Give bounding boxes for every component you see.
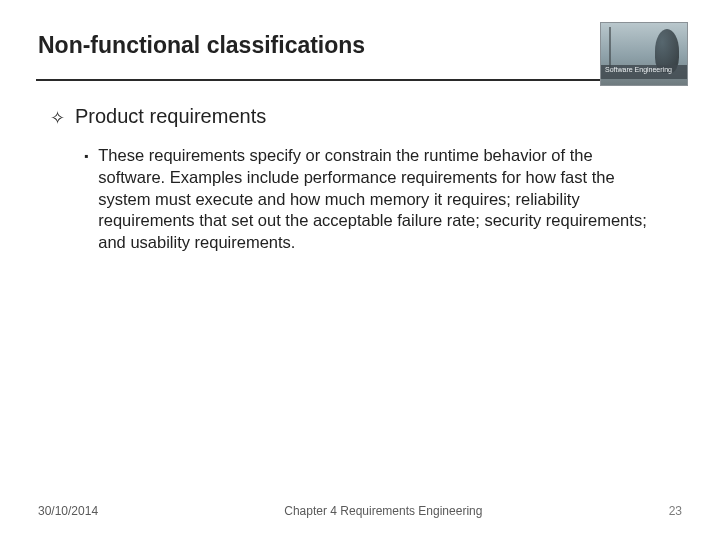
slide-footer: 30/10/2014 Chapter 4 Requirements Engine… <box>0 504 720 518</box>
diamond-bullet-icon: ✧ <box>50 105 65 131</box>
section-heading: Product requirements <box>75 105 266 131</box>
book-cover-image: Software Engineering <box>600 22 688 86</box>
footer-date: 30/10/2014 <box>38 504 98 518</box>
logo-text: Software Engineering <box>601 65 687 79</box>
footer-page-number: 23 <box>669 504 682 518</box>
footer-chapter: Chapter 4 Requirements Engineering <box>98 504 669 518</box>
body-row: ▪ These requirements specify or constrai… <box>50 145 670 254</box>
slide-title: Non-functional classifications <box>38 32 682 59</box>
section-heading-row: ✧ Product requirements <box>50 105 670 131</box>
slide-content: ✧ Product requirements ▪ These requireme… <box>0 81 720 254</box>
body-text: These requirements specify or constrain … <box>98 145 660 254</box>
square-bullet-icon: ▪ <box>84 145 88 254</box>
